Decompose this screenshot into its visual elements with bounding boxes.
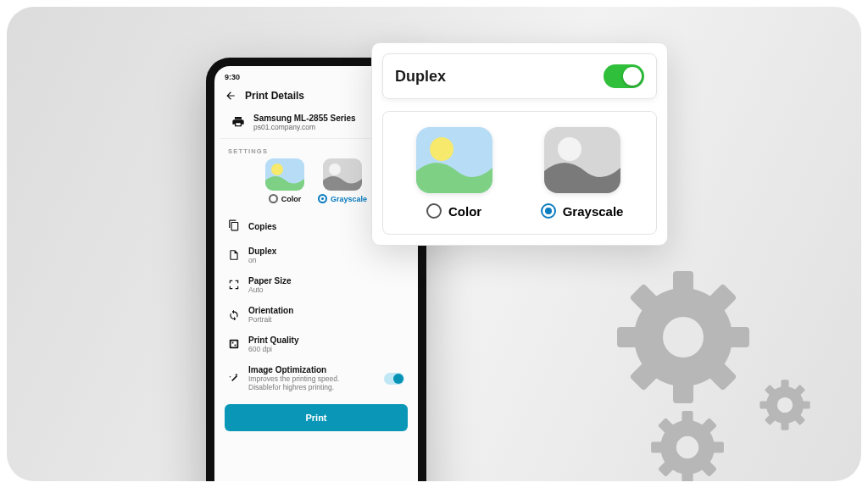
panel-option-color[interactable]: Color — [416, 127, 492, 222]
panel-duplex-row[interactable]: Duplex — [382, 53, 657, 99]
svg-rect-14 — [673, 381, 693, 403]
panel-duplex-toggle[interactable] — [604, 64, 644, 88]
svg-rect-26 — [651, 441, 663, 452]
quality-icon — [228, 338, 240, 352]
svg-rect-13 — [673, 271, 693, 293]
svg-rect-25 — [712, 441, 724, 452]
panel-color-thumb-icon — [416, 127, 492, 193]
svg-point-1 — [271, 164, 283, 175]
wand-icon — [228, 372, 240, 385]
page-title: Print Details — [245, 90, 304, 102]
setting-row-paper-size[interactable]: Paper SizeAuto — [220, 270, 413, 300]
document-icon — [228, 249, 240, 263]
svg-rect-35 — [802, 401, 810, 408]
svg-rect-34 — [781, 422, 788, 430]
svg-rect-5 — [231, 341, 237, 347]
printer-host: ps01.company.com — [253, 123, 356, 131]
svg-rect-23 — [682, 411, 693, 423]
radio-color[interactable]: Color — [269, 194, 302, 203]
mode-option-color[interactable]: Color — [265, 158, 304, 205]
setting-row-orientation[interactable]: OrientationPortrait — [220, 300, 413, 330]
panel-radio-grayscale[interactable]: Grayscale — [541, 203, 624, 219]
grayscale-thumb-icon — [323, 158, 362, 191]
svg-point-11 — [558, 137, 581, 161]
svg-rect-7 — [235, 344, 236, 346]
svg-point-3 — [329, 164, 341, 175]
panel-color-mode-card: Color Grayscale — [382, 111, 657, 235]
printer-name: Samsung ML-2855 Series — [253, 114, 356, 123]
svg-rect-16 — [617, 327, 639, 347]
panel-radio-color[interactable]: Color — [426, 203, 481, 219]
svg-point-31 — [676, 436, 698, 458]
svg-rect-15 — [727, 327, 749, 347]
image-opt-toggle[interactable] — [384, 373, 404, 385]
printer-icon — [231, 115, 245, 130]
panel-grayscale-thumb-icon — [544, 127, 620, 193]
settings-panel-popout: Duplex Color Grayscale — [371, 42, 668, 246]
setting-row-print-quality[interactable]: Print Quality600 dpi — [220, 330, 413, 359]
radio-grayscale[interactable]: Grayscale — [318, 194, 367, 203]
panel-option-grayscale[interactable]: Grayscale — [541, 127, 624, 222]
svg-rect-6 — [232, 341, 234, 343]
svg-point-21 — [663, 317, 704, 358]
svg-point-41 — [777, 397, 793, 413]
svg-rect-33 — [781, 380, 788, 388]
status-time: 9:30 — [225, 73, 240, 81]
gears-decoration — [573, 261, 827, 481]
back-arrow-icon[interactable] — [225, 90, 236, 102]
svg-rect-24 — [682, 472, 693, 481]
color-thumb-icon — [265, 158, 304, 191]
panel-duplex-label: Duplex — [395, 68, 446, 86]
svg-point-9 — [430, 137, 453, 161]
setting-row-image-optimization[interactable]: Image Optimization Improves the printing… — [220, 359, 413, 397]
copies-icon — [228, 219, 240, 233]
rotate-icon — [228, 308, 240, 322]
mode-option-grayscale[interactable]: Grayscale — [318, 158, 367, 205]
print-button[interactable]: Print — [225, 404, 408, 431]
svg-rect-36 — [760, 401, 768, 408]
expand-icon — [228, 279, 240, 292]
